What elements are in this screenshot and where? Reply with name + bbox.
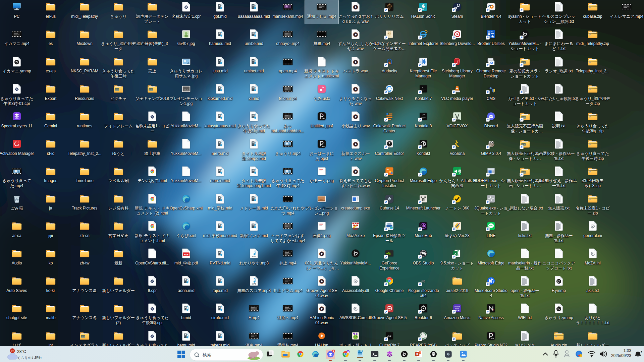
svg-text:くもりのち晴れ: くもりのち晴れ [17, 356, 42, 360]
svg-text:検索: 検索 [202, 352, 211, 357]
svg-text:P: P [416, 353, 418, 356]
svg-text:9+: 9+ [11, 349, 14, 353]
svg-text:28°C: 28°C [17, 349, 26, 354]
svg-text:z: z [641, 350, 642, 354]
